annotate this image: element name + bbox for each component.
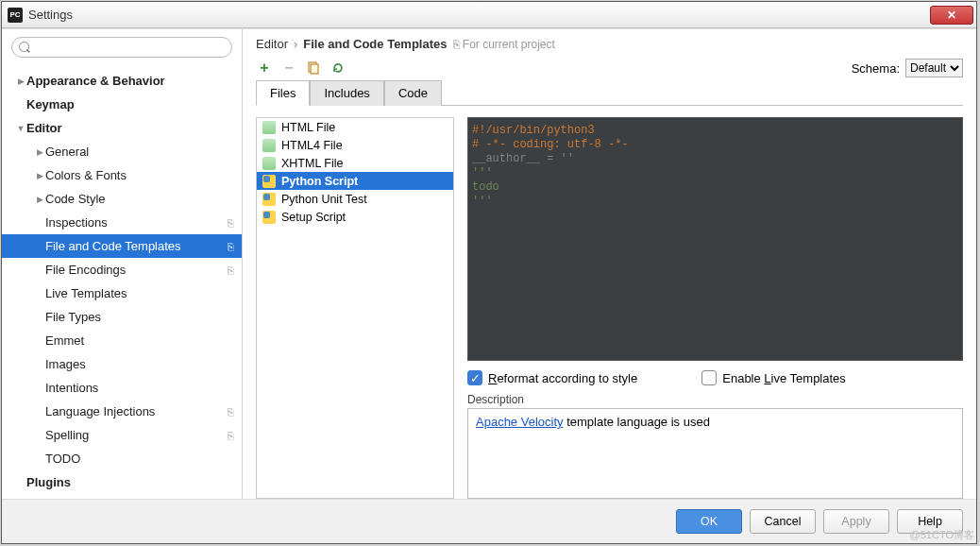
tree-item-colors-fonts[interactable]: ▶Colors & Fonts <box>2 163 242 187</box>
description-label: Description <box>467 393 963 406</box>
html-file-icon <box>262 157 276 170</box>
expand-icon: ▼ <box>15 124 26 133</box>
titlebar: PC Settings ✕ <box>2 2 976 28</box>
tree-label: Colors & Fonts <box>45 168 234 182</box>
schema-label: Schema: <box>852 61 900 76</box>
tree-item-editor[interactable]: ▼Editor <box>2 116 242 140</box>
enable-live-templates-checkbox[interactable] <box>701 370 717 385</box>
breadcrumb: Editor › File and Code Templates ⎘ For c… <box>256 37 963 51</box>
html-file-icon <box>262 121 276 134</box>
copy-icon: ⎘ <box>228 430 234 441</box>
tree-label: Images <box>45 357 234 371</box>
remove-button[interactable]: − <box>280 60 297 77</box>
chevron-right-icon: › <box>294 37 297 51</box>
app-icon: PC <box>8 8 23 23</box>
breadcrumb-editor: Editor <box>256 37 288 51</box>
tree-item-images[interactable]: Images <box>2 352 242 376</box>
tree-label: Spelling <box>45 428 228 442</box>
tree-item-file-types[interactable]: File Types <box>2 305 242 329</box>
tree-item-file-encodings[interactable]: File Encodings⎘ <box>2 258 242 282</box>
tree-item-language-injections[interactable]: Language Injections⎘ <box>2 400 242 423</box>
template-label: Python Unit Test <box>281 193 367 206</box>
tree-label: Inspections <box>45 215 228 230</box>
watermark: @51CTO博客 <box>910 528 974 542</box>
tree-label: TODO <box>45 452 234 466</box>
description-box: Apache Velocity template language is use… <box>467 408 963 499</box>
template-python-script[interactable]: Python Script <box>257 172 453 190</box>
template-label: HTML4 File <box>281 139 343 152</box>
cancel-button[interactable]: Cancel <box>750 509 816 534</box>
expand-icon: ▶ <box>34 195 45 204</box>
template-label: HTML File <box>281 121 335 134</box>
template-label: XHTML File <box>281 157 344 170</box>
tree-item-inspections[interactable]: Inspections⎘ <box>2 211 242 234</box>
template-html-file[interactable]: HTML File <box>257 118 453 136</box>
py-file-icon <box>262 193 276 206</box>
template-list[interactable]: HTML FileHTML4 FileXHTML FilePython Scri… <box>256 117 454 499</box>
reformat-checkbox[interactable]: ✓ <box>467 370 482 385</box>
tree-item-file-and-code-templates[interactable]: File and Code Templates⎘ <box>2 234 242 258</box>
tree-label: Keymap <box>26 97 234 111</box>
tree-item-emmet[interactable]: Emmet <box>2 329 242 352</box>
enable-live-templates-label: Enable Live Templates <box>722 371 846 385</box>
tree-item-appearance-behavior[interactable]: ▶Appearance & Behavior <box>2 69 242 93</box>
tree-label: Plugins <box>26 475 234 489</box>
copy-button[interactable] <box>305 60 322 77</box>
expand-icon: ▶ <box>15 77 26 86</box>
copy-icon: ⎘ <box>228 217 234 229</box>
reformat-label: RReformat according to styleeformat acco… <box>488 371 637 385</box>
tree-label: File and Code Templates <box>45 239 228 253</box>
search-input[interactable] <box>11 37 232 58</box>
tab-includes[interactable]: Includes <box>310 80 383 106</box>
tree-label: Emmet <box>45 333 234 348</box>
tab-files[interactable]: Files <box>256 80 310 106</box>
template-setup-script[interactable]: Setup Script <box>257 208 453 226</box>
tree-label: Editor <box>26 121 234 135</box>
tree-label: Appearance & Behavior <box>26 74 234 88</box>
tree-label: Code Style <box>45 192 234 206</box>
scope-label: ⎘ For current project <box>453 38 555 51</box>
tree-item-live-templates[interactable]: Live Templates <box>2 282 242 305</box>
tree-label: File Encodings <box>45 263 228 277</box>
tree-item-code-style[interactable]: ▶Code Style <box>2 187 242 211</box>
code-editor[interactable]: #!/usr/bin/python3 # -*- coding: utf-8 -… <box>467 117 963 361</box>
close-button[interactable]: ✕ <box>930 6 973 25</box>
tree-item-general[interactable]: ▶General <box>2 140 242 163</box>
template-label: Setup Script <box>281 211 346 224</box>
settings-sidebar: ▶Appearance & BehaviorKeymap▼Editor▶Gene… <box>2 29 243 499</box>
copy-icon: ⎘ <box>228 241 234 252</box>
tree-item-todo[interactable]: TODO <box>2 447 242 470</box>
expand-icon: ▶ <box>34 171 45 180</box>
py-file-icon <box>262 175 276 188</box>
breadcrumb-current: File and Code Templates <box>303 37 447 51</box>
copy-icon: ⎘ <box>228 406 234 418</box>
template-label: Python Script <box>281 175 358 188</box>
template-html4-file[interactable]: HTML4 File <box>257 136 453 154</box>
ok-button[interactable]: OK <box>676 509 742 534</box>
settings-tree[interactable]: ▶Appearance & BehaviorKeymap▼Editor▶Gene… <box>2 65 242 499</box>
add-button[interactable]: + <box>256 60 273 77</box>
tree-item-intentions[interactable]: Intentions <box>2 376 242 400</box>
tree-label: Language Injections <box>45 404 228 418</box>
schema-select[interactable]: Default <box>905 59 963 77</box>
expand-icon: ▶ <box>34 147 45 157</box>
tree-item-keymap[interactable]: Keymap <box>2 93 242 116</box>
template-xhtml-file[interactable]: XHTML File <box>257 154 453 172</box>
window-title: Settings <box>28 8 930 22</box>
apply-button[interactable]: Apply <box>823 509 889 534</box>
dialog-footer: OK Cancel Apply Help <box>2 499 976 543</box>
template-tabs: FilesIncludesCode <box>256 79 963 106</box>
tree-label: Live Templates <box>45 286 234 300</box>
refresh-button[interactable] <box>329 60 346 77</box>
tab-code[interactable]: Code <box>384 80 442 106</box>
tree-label: Intentions <box>45 381 234 395</box>
apache-velocity-link[interactable]: Apache Velocity <box>476 415 564 429</box>
tree-item-plugins[interactable]: Plugins <box>2 470 242 494</box>
svg-rect-1 <box>311 64 318 74</box>
html-file-icon <box>262 139 276 152</box>
tree-label: General <box>45 145 234 159</box>
tree-label: File Types <box>45 310 234 324</box>
copy-icon: ⎘ <box>228 264 234 276</box>
template-python-unit-test[interactable]: Python Unit Test <box>257 190 453 208</box>
tree-item-spelling[interactable]: Spelling⎘ <box>2 423 242 447</box>
